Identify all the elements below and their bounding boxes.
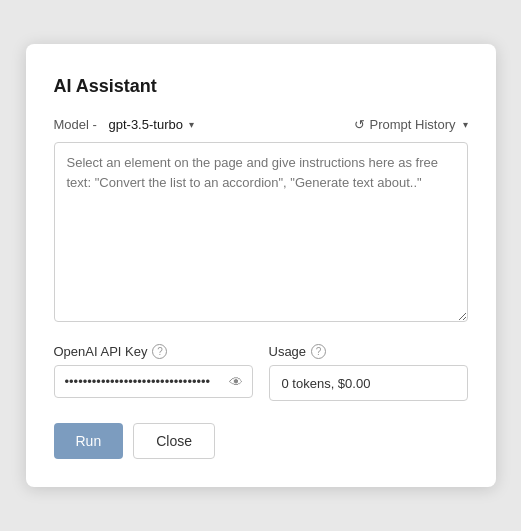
usage-field-group: Usage ? 0 tokens, $0.00 xyxy=(269,344,468,401)
usage-display: 0 tokens, $0.00 xyxy=(269,365,468,401)
ai-assistant-dialog: AI Assistant Model - gpt-3.5-turbo ▾ ↺ P… xyxy=(26,44,496,487)
prompt-textarea[interactable] xyxy=(54,142,468,322)
api-key-input[interactable] xyxy=(54,365,253,398)
usage-help-icon[interactable]: ? xyxy=(311,344,326,359)
model-selector[interactable]: Model - gpt-3.5-turbo ▾ xyxy=(54,117,194,132)
chevron-down-icon: ▾ xyxy=(189,119,194,130)
fields-row: OpenAI API Key ? 👁 Usage ? 0 tokens, $0.… xyxy=(54,344,468,401)
close-button[interactable]: Close xyxy=(133,423,215,459)
prompt-history-button[interactable]: ↺ Prompt History ▾ xyxy=(354,117,468,132)
model-value: gpt-3.5-turbo xyxy=(108,117,182,132)
model-label: Model - xyxy=(54,117,97,132)
usage-label: Usage ? xyxy=(269,344,468,359)
toolbar-row: Model - gpt-3.5-turbo ▾ ↺ Prompt History… xyxy=(54,117,468,132)
dialog-title: AI Assistant xyxy=(54,76,468,97)
api-key-label: OpenAI API Key ? xyxy=(54,344,253,359)
buttons-row: Run Close xyxy=(54,423,468,459)
history-icon: ↺ xyxy=(354,117,365,132)
eye-icon[interactable]: 👁 xyxy=(229,374,243,390)
prompt-history-chevron-icon: ▾ xyxy=(463,119,468,130)
run-button[interactable]: Run xyxy=(54,423,124,459)
api-key-help-icon[interactable]: ? xyxy=(152,344,167,359)
api-key-input-wrapper: 👁 xyxy=(54,365,253,398)
api-key-field-group: OpenAI API Key ? 👁 xyxy=(54,344,253,398)
prompt-history-label: Prompt History xyxy=(370,117,456,132)
